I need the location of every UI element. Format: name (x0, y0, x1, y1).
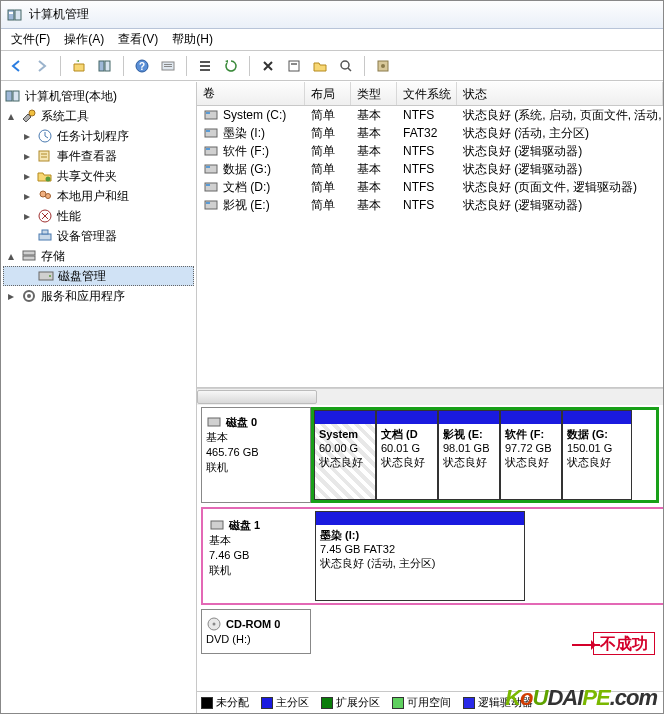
tree-label: 性能 (57, 208, 81, 225)
disk0-partition[interactable]: 软件 (F:97.72 GB状态良好 (500, 410, 562, 500)
toolbar-separator (60, 56, 61, 76)
partition-body: 文档 (D60.01 G状态良好 (377, 424, 437, 499)
menu-help[interactable]: 帮助(H) (166, 29, 219, 50)
help-button[interactable]: ? (131, 55, 153, 77)
svg-rect-41 (206, 184, 210, 186)
scrollbar-thumb[interactable] (197, 390, 317, 404)
disk0-partition[interactable]: 影视 (E:98.01 GB状态良好 (438, 410, 500, 500)
volume-status: 状态良好 (逻辑驱动器) (457, 161, 663, 178)
content-pane: 卷 布局 类型 文件系统 状态 System (C:) 简单 基本 NTFS 状… (197, 82, 663, 713)
folder-button[interactable] (309, 55, 331, 77)
disk1-row[interactable]: 磁盘 1 基本 7.46 GB 联机 墨染 (I:) 7.45 GB FAT32… (201, 507, 663, 605)
expand-icon[interactable]: ▸ (21, 130, 33, 142)
up-button[interactable] (68, 55, 90, 77)
partition-body: 数据 (G:150.01 G状态良好 (563, 424, 631, 499)
volume-list[interactable]: System (C:) 简单 基本 NTFS 状态良好 (系统, 启动, 页面文… (197, 106, 663, 388)
collapse-icon[interactable]: ▴ (5, 110, 17, 122)
tree-services[interactable]: ▸服务和应用程序 (3, 286, 194, 306)
disk-icon (206, 414, 222, 430)
props-button[interactable] (283, 55, 305, 77)
h-scrollbar[interactable] (197, 388, 663, 405)
toolbar-separator (123, 56, 124, 76)
svg-point-14 (381, 64, 385, 68)
back-button[interactable] (5, 55, 27, 77)
nav-tree[interactable]: 计算机管理(本地) ▴系统工具 ▸任务计划程序 ▸事件查看器 ▸共享文件夹 ▸本… (1, 82, 197, 713)
refresh-button[interactable] (220, 55, 242, 77)
volume-type: 基本 (351, 143, 397, 160)
disk1-title: 磁盘 1 (229, 518, 260, 533)
volume-row[interactable]: 影视 (E:) 简单 基本 NTFS 状态良好 (逻辑驱动器) (197, 196, 663, 214)
tree-devmgr[interactable]: ▸设备管理器 (3, 226, 194, 246)
volume-row[interactable]: 文档 (D:) 简单 基本 NTFS 状态良好 (页面文件, 逻辑驱动器) (197, 178, 663, 196)
tree-root[interactable]: 计算机管理(本地) (3, 86, 194, 106)
tree-eventvwr[interactable]: ▸事件查看器 (3, 146, 194, 166)
delete-button[interactable] (257, 55, 279, 77)
volume-fs: NTFS (397, 144, 457, 158)
app-icon (7, 7, 23, 23)
partition-status: 状态良好 (319, 456, 363, 468)
volume-icon (203, 161, 219, 177)
tree-systools[interactable]: ▴系统工具 (3, 106, 194, 126)
tree-label: 设备管理器 (57, 228, 117, 245)
volume-row[interactable]: 数据 (G:) 简单 基本 NTFS 状态良好 (逻辑驱动器) (197, 160, 663, 178)
swatch-free (392, 697, 404, 709)
tree-perf[interactable]: ▸性能 (3, 206, 194, 226)
partition-status: 状态良好 (活动, 主分区) (320, 557, 436, 569)
volume-row[interactable]: System (C:) 简单 基本 NTFS 状态良好 (系统, 启动, 页面文… (197, 106, 663, 124)
volume-status: 状态良好 (活动, 主分区) (457, 125, 663, 142)
menu-file[interactable]: 文件(F) (5, 29, 56, 50)
grid-button[interactable] (94, 55, 116, 77)
svg-point-20 (46, 177, 51, 182)
tree-users[interactable]: ▸本地用户和组 (3, 186, 194, 206)
expand-icon[interactable]: ▸ (5, 290, 17, 302)
tree-storage[interactable]: ▴存储 (3, 246, 194, 266)
disk0-partition[interactable]: System60.00 G状态良好 (314, 410, 376, 500)
options-button[interactable] (372, 55, 394, 77)
expand-icon[interactable]: ▸ (21, 170, 33, 182)
tree-shares[interactable]: ▸共享文件夹 (3, 166, 194, 186)
expand-icon[interactable]: ▸ (21, 190, 33, 202)
disk0-row[interactable]: 磁盘 0 基本 465.76 GB 联机 System60.00 G状态良好 文… (201, 407, 659, 503)
forward-button[interactable] (31, 55, 53, 77)
slides-button[interactable] (157, 55, 179, 77)
legend-unalloc: 未分配 (201, 695, 249, 710)
volume-type: 基本 (351, 179, 397, 196)
tree-scheduler[interactable]: ▸任务计划程序 (3, 126, 194, 146)
menu-view[interactable]: 查看(V) (112, 29, 164, 50)
expand-icon[interactable]: ▸ (21, 150, 33, 162)
partition-status: 状态良好 (443, 456, 487, 468)
event-icon (37, 148, 53, 164)
disk0-partition[interactable]: 数据 (G:150.01 G状态良好 (562, 410, 632, 500)
volume-icon (203, 125, 219, 141)
col-type[interactable]: 类型 (351, 82, 397, 105)
expand-icon[interactable]: ▸ (21, 210, 33, 222)
disk0-partition[interactable]: 文档 (D60.01 G状态良好 (376, 410, 438, 500)
col-fs[interactable]: 文件系统 (397, 82, 457, 105)
disk1-partition[interactable]: 墨染 (I:) 7.45 GB FAT32 状态良好 (活动, 主分区) (315, 511, 525, 601)
col-layout[interactable]: 布局 (305, 82, 351, 105)
col-volume[interactable]: 卷 (197, 82, 305, 105)
list-button[interactable] (194, 55, 216, 77)
tree-label: 事件查看器 (57, 148, 117, 165)
computer-icon (5, 88, 21, 104)
swatch-logical (463, 697, 475, 709)
svg-rect-43 (206, 202, 210, 204)
disk1-online: 联机 (209, 563, 311, 578)
volume-row[interactable]: 软件 (F:) 简单 基本 NTFS 状态良好 (逻辑驱动器) (197, 142, 663, 160)
titlebar: 计算机管理 (1, 1, 663, 29)
tree-diskmgmt[interactable]: ▸磁盘管理 (3, 266, 194, 286)
search-button[interactable] (335, 55, 357, 77)
svg-rect-26 (23, 251, 35, 255)
tree-label: 共享文件夹 (57, 168, 117, 185)
partition-header (501, 411, 561, 424)
menu-action[interactable]: 操作(A) (58, 29, 110, 50)
volume-row[interactable]: 墨染 (I:) 简单 基本 FAT32 状态良好 (活动, 主分区) (197, 124, 663, 142)
partition-status: 状态良好 (381, 456, 425, 468)
svg-point-29 (49, 275, 51, 277)
col-status[interactable]: 状态 (457, 82, 663, 105)
partition-size: 98.01 GB (443, 442, 489, 454)
tools-icon (21, 108, 37, 124)
swatch-extended (321, 697, 333, 709)
volume-fs: NTFS (397, 162, 457, 176)
collapse-icon[interactable]: ▴ (5, 250, 17, 262)
